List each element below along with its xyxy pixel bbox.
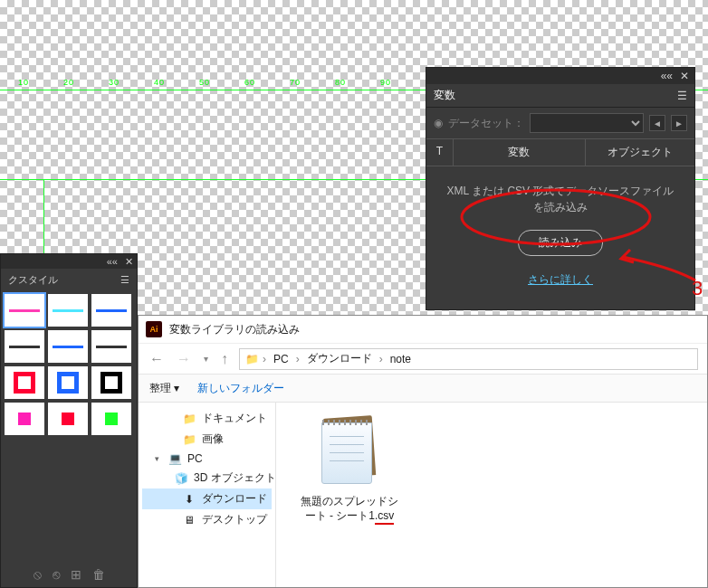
- import-hint-text: XML または CSV 形式でデータソースファイルを読み込み: [445, 183, 676, 215]
- ruler-tick: 70: [290, 78, 301, 87]
- file-item-csv[interactable]: 無題のスプレッドシ ート - シート1.csv: [291, 417, 408, 525]
- styles-panel: «« ✕ クスタイル ☰ ⦸ ⎋ ⊞ 🗑: [0, 253, 138, 588]
- tree-item[interactable]: 📁ドキュメント: [142, 408, 272, 429]
- ruler-tick: 60: [244, 78, 255, 87]
- nav-history-button[interactable]: ▾: [202, 354, 210, 364]
- pc-icon: 💻: [167, 452, 182, 465]
- trash-icon[interactable]: 🗑: [92, 567, 105, 582]
- swatch-item[interactable]: [48, 366, 88, 399]
- panel-menu-icon[interactable]: ☰: [120, 274, 129, 286]
- variables-column-header: T 変数 オブジェクト: [426, 138, 694, 166]
- tree-item[interactable]: 🖥デスクトップ: [142, 509, 272, 530]
- folder-icon: 📁: [245, 353, 259, 365]
- tree-item-label: 画像: [202, 432, 224, 447]
- file-pane[interactable]: 無題のスプレッドシ ート - シート1.csv: [276, 403, 707, 587]
- dataset-next-button[interactable]: ►: [671, 115, 687, 131]
- folder-tree: 📁ドキュメント📁画像▾💻PC🧊3D オブジェクト⬇ダウンロード🖥デスクトップ: [139, 403, 276, 587]
- desktop-icon: 🖥: [182, 514, 196, 526]
- folder-icon: 📁: [182, 433, 196, 446]
- panel-menu-icon[interactable]: ☰: [677, 90, 687, 102]
- camera-icon[interactable]: ◉: [434, 117, 443, 129]
- close-icon[interactable]: ✕: [680, 70, 689, 82]
- tree-item[interactable]: ⬇ダウンロード: [142, 488, 272, 509]
- import-button[interactable]: 読み込み: [518, 230, 603, 256]
- col-variable: 変数: [454, 139, 586, 166]
- illustrator-icon: Ai: [146, 321, 162, 337]
- close-icon[interactable]: ✕: [125, 256, 133, 268]
- swatch-item[interactable]: [91, 330, 131, 363]
- swatch-grid: [1, 290, 137, 439]
- swatch-item[interactable]: [5, 294, 44, 327]
- file-label: 無題のスプレッドシ ート - シート1.csv: [291, 495, 408, 525]
- swatch-item[interactable]: [5, 366, 44, 399]
- ruler-tick: 30: [109, 78, 120, 87]
- dialog-title: 変数ライブラリの読み込み: [169, 322, 300, 337]
- dataset-select[interactable]: [530, 113, 644, 133]
- break-link-icon[interactable]: ⎋: [53, 567, 60, 582]
- new-folder-button[interactable]: 新しいフォルダー: [197, 381, 284, 396]
- ruler-tick: 10: [18, 78, 29, 87]
- variables-panel: «« ✕ 変数 ☰ ◉ データセット： ◄ ► T 変数 オブジェクト XML …: [426, 67, 695, 310]
- tree-item-label: ドキュメント: [202, 411, 267, 426]
- ruler-tick: 50: [199, 78, 210, 87]
- tree-item-label: ダウンロード: [202, 491, 267, 507]
- tree-item[interactable]: ▾💻PC: [142, 450, 272, 468]
- swatch-item[interactable]: [48, 294, 88, 327]
- breadcrumb[interactable]: 📁 › PC › ダウンロード › note: [239, 348, 698, 370]
- learn-more-link[interactable]: さらに詳しく: [445, 272, 676, 288]
- panel-bar: «« ✕: [426, 68, 694, 84]
- tree-item-label: 3D オブジェクト: [194, 470, 276, 486]
- no-style-icon[interactable]: ⦸: [33, 567, 42, 583]
- new-style-icon[interactable]: ⊞: [71, 567, 81, 582]
- swatch-item[interactable]: [5, 403, 44, 435]
- dataset-prev-button[interactable]: ◄: [649, 115, 665, 131]
- panel-tab-styles[interactable]: クスタイル: [8, 273, 58, 287]
- ruler-tick: 20: [63, 78, 74, 87]
- nav-forward-button[interactable]: →: [175, 351, 193, 367]
- swatch-item[interactable]: [48, 403, 88, 435]
- collapse-icon[interactable]: ««: [107, 256, 118, 267]
- panel-tab-variables[interactable]: 変数: [434, 88, 455, 103]
- collapse-icon[interactable]: ««: [661, 70, 673, 82]
- swatch-item[interactable]: [5, 330, 44, 363]
- tree-item-label: PC: [187, 452, 203, 465]
- nav-back-button[interactable]: ←: [148, 351, 166, 367]
- col-type: T: [426, 139, 454, 166]
- cube-icon: 🧊: [175, 472, 188, 485]
- swatch-item[interactable]: [48, 330, 88, 363]
- file-extension: .csv: [375, 509, 394, 526]
- folder-icon: 📁: [182, 413, 196, 425]
- tree-item[interactable]: 📁画像: [142, 429, 272, 450]
- swatch-item[interactable]: [91, 403, 131, 435]
- breadcrumb-pc[interactable]: PC: [270, 351, 292, 367]
- tree-item[interactable]: 🧊3D オブジェクト: [142, 468, 272, 488]
- swatch-item[interactable]: [91, 366, 131, 399]
- file-dialog: Ai 変数ライブラリの読み込み ← → ▾ ↑ 📁 › PC › ダウンロード …: [138, 315, 708, 588]
- breadcrumb-note[interactable]: note: [387, 351, 415, 367]
- dataset-label: データセット：: [448, 116, 524, 131]
- organize-button[interactable]: 整理 ▾: [149, 381, 179, 396]
- col-object: オブジェクト: [586, 139, 694, 166]
- swatch-item[interactable]: [91, 294, 131, 327]
- download-icon: ⬇: [182, 493, 196, 506]
- ruler-tick: 40: [154, 78, 165, 87]
- tree-item-label: デスクトップ: [202, 512, 267, 527]
- nav-up-button[interactable]: ↑: [219, 351, 230, 367]
- breadcrumb-downloads[interactable]: ダウンロード: [303, 349, 376, 368]
- ruler-tick: 90: [380, 78, 391, 87]
- ruler-tick: 80: [335, 78, 346, 87]
- notepad-icon: [318, 417, 381, 489]
